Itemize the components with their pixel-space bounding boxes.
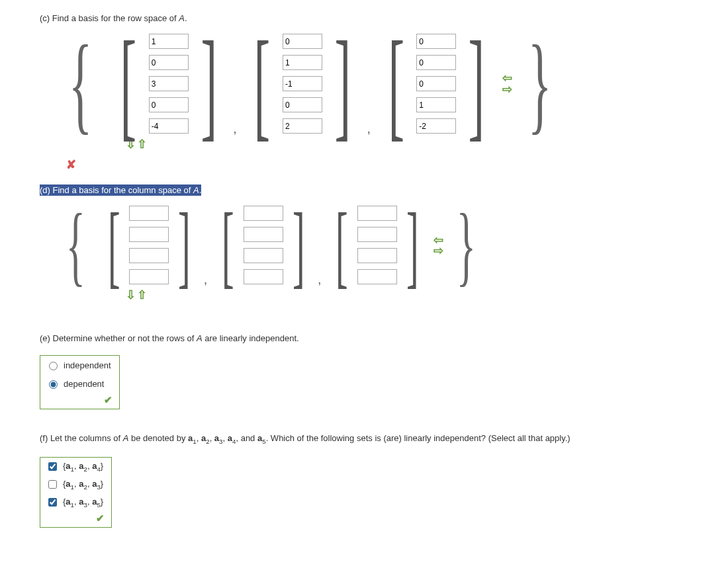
part-d-basis-set: { [ ] , [ ] , [ ] ⇦ ⇨	[53, 203, 688, 287]
open-bracket-icon: [	[120, 41, 137, 127]
v3-4[interactable]	[416, 118, 456, 134]
arrow-up-icon[interactable]: ⇧	[137, 139, 147, 149]
v3-1[interactable]	[416, 55, 456, 70]
cb-label: {a1, a3, a5}	[63, 497, 103, 509]
vector-3: [ ]	[326, 203, 428, 287]
col-labels: a1, a2, a3, a4, and a5	[188, 433, 266, 443]
comma: ,	[233, 122, 236, 136]
open-brace-icon: {	[66, 216, 85, 274]
v2-4[interactable]	[283, 118, 322, 134]
v2-3[interactable]	[283, 97, 322, 112]
part-f-answer-box: {a1, a2, a4} {a1, a2, a3} {a1, a3, a5} ✔	[40, 457, 112, 528]
dv1-0[interactable]	[129, 206, 169, 221]
dv3-3[interactable]	[357, 269, 397, 284]
dv1-3[interactable]	[129, 269, 169, 284]
dv2-1[interactable]	[244, 227, 283, 242]
remove-add-column-arrows: ⇦ ⇨	[433, 235, 443, 256]
part-c-italic: A	[179, 13, 185, 23]
dv2-0[interactable]	[244, 206, 283, 221]
close-brace-icon: }	[528, 48, 552, 119]
part-d-prompt: (d) Find a basis for the column space of…	[40, 185, 688, 195]
close-brace-icon: }	[456, 216, 475, 274]
cb-1[interactable]	[48, 462, 57, 471]
checkbox-option-2[interactable]: {a1, a2, a3}	[40, 475, 111, 493]
close-bracket-icon: ]	[178, 213, 191, 278]
vector-1: [ ]	[108, 31, 229, 136]
v3-3[interactable]	[416, 97, 456, 112]
radio-independent[interactable]: independent	[40, 356, 119, 374]
cb-2[interactable]	[48, 480, 57, 489]
cb-label: {a1, a2, a4}	[63, 461, 103, 473]
radio-dependent-input[interactable]	[49, 380, 58, 389]
dv2-3[interactable]	[244, 269, 283, 284]
x-icon: ✘	[66, 158, 76, 171]
v3-2[interactable]	[416, 76, 456, 91]
vector-2: [ ]	[212, 203, 314, 287]
comma: ,	[367, 122, 371, 136]
check-icon: ✔	[96, 512, 105, 524]
vector-1: [ ]	[99, 203, 200, 287]
v1-2[interactable]	[149, 76, 189, 91]
comma: ,	[204, 273, 207, 287]
part-c-text: (c) Find a basis for the row space of	[40, 13, 179, 23]
checkbox-option-3[interactable]: {a1, a3, a5}	[40, 493, 111, 511]
radio-dependent[interactable]: dependent	[40, 374, 119, 393]
v1-0[interactable]	[149, 34, 189, 49]
comma: ,	[318, 273, 321, 287]
part-e-prompt: (e) Determine whether or not the rows of…	[40, 333, 688, 343]
open-brace-icon: {	[69, 48, 93, 119]
dv3-1[interactable]	[357, 227, 397, 242]
part-d-italic: A	[193, 185, 199, 195]
incorrect-icon: ✘	[66, 157, 688, 172]
v1-1[interactable]	[149, 55, 189, 70]
open-bracket-icon: [	[108, 213, 120, 278]
v3-0[interactable]	[416, 34, 456, 49]
arrow-right-icon[interactable]: ⇨	[502, 84, 512, 95]
checkbox-option-1[interactable]: {a1, a2, a4}	[40, 458, 111, 475]
v1-4[interactable]	[149, 118, 189, 134]
dv2-2[interactable]	[244, 248, 283, 263]
v2-0[interactable]	[283, 34, 322, 49]
close-bracket-icon: ]	[293, 213, 305, 278]
arrow-up-icon[interactable]: ⇧	[137, 290, 147, 300]
radio-label: independent	[64, 360, 111, 370]
vector-3: [ ]	[376, 31, 497, 136]
remove-add-column-arrows: ⇦ ⇨	[502, 73, 512, 94]
close-bracket-icon: ]	[335, 41, 351, 127]
close-bracket-icon: ]	[406, 213, 419, 278]
arrow-right-icon[interactable]: ⇨	[433, 245, 443, 256]
cb-3[interactable]	[48, 498, 57, 507]
open-bracket-icon: [	[388, 41, 404, 127]
dv1-1[interactable]	[129, 227, 169, 242]
v2-2[interactable]	[283, 76, 322, 91]
dv3-2[interactable]	[357, 248, 397, 263]
radio-independent-input[interactable]	[49, 362, 58, 370]
arrow-down-icon[interactable]: ⇩	[126, 290, 136, 300]
dv3-0[interactable]	[357, 206, 397, 221]
open-bracket-icon: [	[336, 213, 348, 278]
part-c-prompt: (c) Find a basis for the row space of A.	[40, 13, 688, 23]
vector-2: [ ]	[242, 31, 363, 136]
v2-1[interactable]	[283, 55, 322, 70]
close-bracket-icon: ]	[469, 41, 485, 127]
check-icon: ✔	[104, 394, 113, 405]
radio-label: dependent	[64, 379, 104, 389]
open-bracket-icon: [	[222, 213, 234, 278]
close-bracket-icon: ]	[201, 41, 217, 127]
dv1-2[interactable]	[129, 248, 169, 263]
cb-label: {a1, a2, a3}	[63, 479, 103, 491]
part-e-answer-box: independent dependent ✔	[40, 355, 120, 409]
part-c-basis-set: { [ ] , [ ] , [ ]	[53, 31, 688, 136]
v1-3[interactable]	[149, 97, 189, 112]
part-f-prompt: (f) Let the columns of A be denoted by a…	[40, 433, 688, 445]
open-bracket-icon: [	[254, 41, 271, 127]
